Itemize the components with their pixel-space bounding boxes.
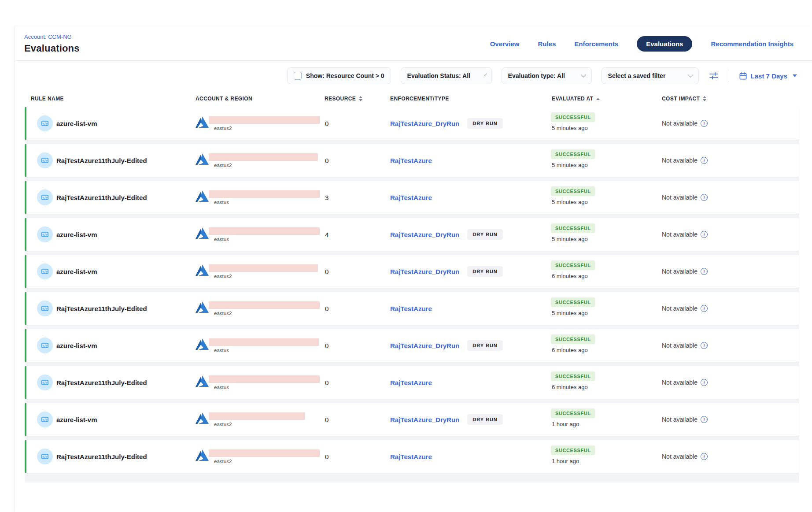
enforcement-cell: RajTestAzure (386, 144, 546, 177)
evaluation-status-dropdown[interactable]: Evaluation Status: All (401, 67, 492, 84)
rule-name: RajTestAzure11thJuly-Edited (56, 379, 147, 386)
cost-impact-value: Not available (662, 342, 698, 349)
sliders-icon (709, 70, 719, 81)
cost-impact-cell: Not available i (657, 329, 799, 362)
rule-name: RajTestAzure11thJuly-Edited (56, 305, 147, 312)
cost-impact-cell: Not available i (657, 366, 799, 399)
rule-icon: </> (37, 412, 53, 427)
info-icon[interactable]: i (701, 231, 708, 238)
cost-impact-value: Not available (662, 231, 698, 238)
page-header: Account: CCM-NG Evaluations Overview Rul… (15, 26, 812, 61)
info-icon[interactable]: i (701, 157, 708, 164)
status-badge: SUCCESSFUL (551, 149, 595, 159)
resource-count-filter[interactable]: Show: Resource Count > 0 (287, 67, 391, 84)
evaluation-table-row[interactable]: </> azure-list-vm eastus 4 RajTestAzure_… (25, 218, 799, 251)
info-icon[interactable]: i (701, 305, 708, 312)
evaluation-table-row[interactable]: </> RajTestAzure11thJuly-Edited eastus2 … (25, 144, 799, 177)
cost-impact-cell: Not available i (657, 440, 799, 473)
evaluated-time: 6 minutes ago (552, 347, 588, 353)
info-icon[interactable]: i (701, 342, 708, 349)
enforcement-link[interactable]: RajTestAzure_DryRun (390, 268, 459, 275)
svg-text:</>: </> (42, 455, 48, 459)
rule-name-cell: </> azure-list-vm (26, 218, 196, 251)
svg-text:</>: </> (42, 270, 48, 274)
cost-impact-value: Not available (662, 379, 698, 386)
dry-run-badge: DRY RUN (467, 118, 503, 129)
info-icon[interactable]: i (701, 194, 708, 201)
info-icon[interactable]: i (701, 379, 708, 386)
date-range-selector[interactable]: Last 7 Days (739, 72, 797, 80)
region-label: eastus2 (214, 163, 318, 168)
cost-impact-cell: Not available i (657, 403, 799, 436)
evaluation-table-row[interactable]: </> RajTestAzure11thJuly-Edited eastus2 … (25, 292, 799, 325)
rule-icon: </> (37, 301, 53, 316)
sort-icon[interactable] (359, 96, 362, 101)
region-label: eastus (214, 200, 320, 205)
column-header-enforcement-type[interactable]: ENFORCEMENT/TYPE (384, 96, 545, 102)
account-region-cell: eastus2 (196, 292, 320, 325)
enforcement-cell: RajTestAzure (386, 181, 546, 214)
column-header-resource[interactable]: RESOURCE (318, 96, 384, 102)
saved-filter-dropdown[interactable]: Select a saved filter (602, 67, 699, 84)
evaluation-table-row[interactable]: </> azure-list-vm eastus2 0 RajTestAzure… (25, 403, 799, 436)
status-badge: SUCCESSFUL (551, 408, 595, 418)
redacted-account-name (209, 301, 320, 309)
resource-count-checkbox[interactable] (294, 72, 302, 80)
rule-name: azure-list-vm (56, 231, 97, 238)
evaluated-time: 6 minutes ago (552, 273, 588, 279)
column-header-evaluated-at[interactable]: EVALUATED AT (545, 96, 655, 102)
redacted-account-name (209, 449, 320, 457)
enforcement-cell: RajTestAzure (386, 292, 546, 325)
azure-icon (196, 375, 209, 387)
evaluation-table-row[interactable]: </> RajTestAzure11thJuly-Edited eastus 3… (25, 181, 799, 214)
sort-ascending-icon[interactable] (596, 98, 600, 100)
rule-name: azure-list-vm (56, 268, 97, 275)
cost-impact-cell: Not available i (657, 181, 799, 214)
column-header-rule-name[interactable]: RULE NAME (25, 96, 194, 102)
resource-count: 0 (320, 329, 386, 362)
rule-name: azure-list-vm (56, 342, 97, 349)
enforcement-link[interactable]: RajTestAzure (390, 379, 432, 386)
info-icon[interactable]: i (701, 120, 708, 127)
redacted-account-name (209, 190, 320, 198)
enforcement-link[interactable]: RajTestAzure (390, 305, 432, 312)
tab-recommendation-insights[interactable]: Recommendation Insights (711, 40, 794, 48)
region-label: eastus2 (214, 311, 320, 316)
column-header-account-region[interactable]: ACCOUNT & REGION (194, 96, 318, 102)
evaluation-table-row[interactable]: </> azure-list-vm eastus2 0 RajTestAzure… (25, 255, 799, 288)
rule-icon: </> (37, 338, 53, 353)
evaluated-time: 1 hour ago (552, 458, 579, 464)
azure-icon (196, 190, 209, 202)
account-region-cell: eastus (196, 329, 320, 362)
tab-overview[interactable]: Overview (490, 40, 520, 48)
evaluations-panel: Account: CCM-NG Evaluations Overview Rul… (15, 26, 812, 512)
region-label: eastus (214, 237, 320, 242)
filter-settings-button[interactable] (709, 70, 719, 81)
enforcement-link[interactable]: RajTestAzure_DryRun (390, 231, 459, 238)
enforcement-link[interactable]: RajTestAzure_DryRun (390, 120, 459, 127)
enforcement-link[interactable]: RajTestAzure (390, 157, 432, 164)
info-icon[interactable]: i (701, 416, 708, 423)
svg-text:</>: </> (42, 381, 48, 385)
info-icon[interactable]: i (701, 268, 708, 275)
page-title-block: Account: CCM-NG Evaluations (24, 33, 80, 54)
sort-icon[interactable] (703, 96, 706, 101)
status-badge: SUCCESSFUL (551, 371, 595, 381)
evaluation-type-dropdown[interactable]: Evaluation type: All (502, 67, 592, 84)
enforcement-link[interactable]: RajTestAzure (390, 194, 432, 201)
cost-impact-cell: Not available i (657, 218, 799, 251)
enforcement-link[interactable]: RajTestAzure_DryRun (390, 342, 459, 349)
evaluation-table-row[interactable]: </> azure-list-vm eastus2 0 RajTestAzure… (25, 107, 799, 140)
tab-evaluations[interactable]: Evaluations (637, 36, 692, 52)
column-header-cost-impact[interactable]: COST IMPACT (655, 96, 799, 102)
cost-impact-value: Not available (662, 157, 698, 164)
tab-rules[interactable]: Rules (538, 40, 556, 48)
evaluation-table-row[interactable]: </> RajTestAzure11thJuly-Edited eastus 0… (25, 366, 799, 399)
tab-enforcements[interactable]: Enforcements (574, 40, 618, 48)
enforcement-link[interactable]: RajTestAzure_DryRun (390, 416, 459, 423)
enforcement-link[interactable]: RajTestAzure (390, 453, 432, 460)
evaluation-table-row[interactable]: </> RajTestAzure11thJuly-Edited eastus2 … (25, 440, 799, 473)
info-icon[interactable]: i (701, 453, 708, 460)
evaluation-table-row[interactable]: </> azure-list-vm eastus 0 RajTestAzure_… (25, 329, 799, 362)
account-breadcrumb-link[interactable]: Account: CCM-NG (24, 33, 80, 40)
